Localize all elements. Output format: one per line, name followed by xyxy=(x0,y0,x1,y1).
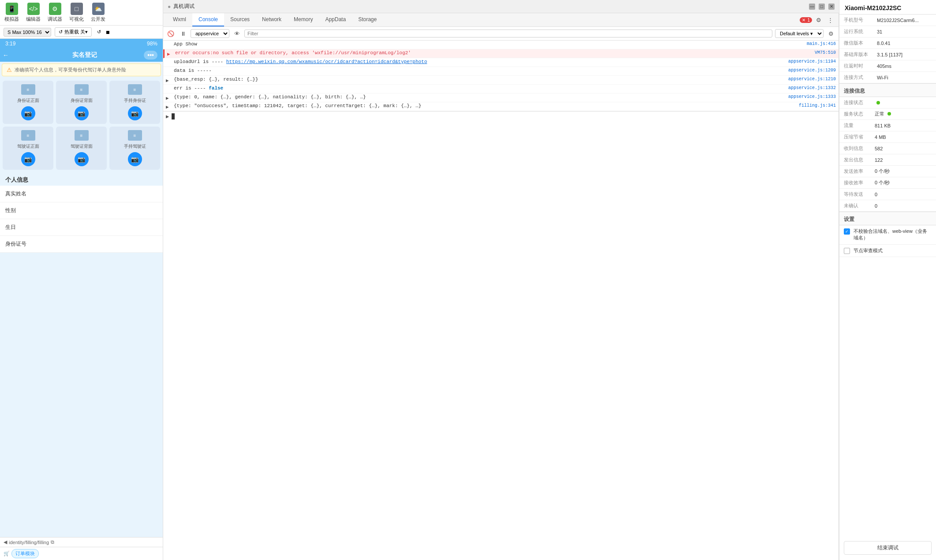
expand-onsuccess[interactable]: ▶ xyxy=(166,105,169,110)
editor-icon: </> xyxy=(27,3,40,15)
form-real-name[interactable]: 真实姓名 xyxy=(0,186,163,202)
status-signal: 98% xyxy=(147,41,157,47)
row-source-error: VM75:510 xyxy=(815,50,836,55)
lib-ver-value: 3.1.5 [1137] xyxy=(872,49,936,60)
upload-card-driver-hand[interactable]: ≡ 手持驾驶证 📷 xyxy=(109,127,160,170)
page-title: 实名登记 xyxy=(9,51,160,59)
tab-memory[interactable]: Memory xyxy=(288,13,319,26)
camera-btn-id-front[interactable]: 📷 xyxy=(21,106,35,120)
collapse-icon[interactable]: ◀ xyxy=(4,539,7,545)
expand-type0[interactable]: ▶ xyxy=(166,96,169,101)
upload-card-driver-back[interactable]: ≡ 驾驶证背面 📷 xyxy=(56,127,107,170)
toolbar-debugger[interactable]: ⚙ 调试器 xyxy=(48,3,62,22)
bottom-bar: 🛒 订单模块 xyxy=(0,547,163,560)
connection-value: Wi-Fi xyxy=(872,72,936,83)
menu-dots[interactable]: ••• xyxy=(144,51,157,60)
camera-btn-driver-front[interactable]: 📷 xyxy=(21,152,35,166)
pause-button[interactable]: ⏸ xyxy=(178,29,188,38)
hot-reload-button[interactable]: ↺ 热重载 关▾ xyxy=(55,27,92,37)
tab-wxml[interactable]: Wxml xyxy=(167,13,192,26)
conn-row-status: 连接状态 xyxy=(839,97,936,108)
camera-btn-driver-hand[interactable]: 📷 xyxy=(128,152,142,166)
settings-item-node-audit: 节点审查模式 xyxy=(839,245,936,257)
source-link-onsuccess[interactable]: filling.js:341 xyxy=(799,103,836,108)
eye-icon[interactable]: 👁 xyxy=(232,29,242,38)
source-link-data[interactable]: appservice.js:1209 xyxy=(788,68,836,73)
console-settings-icon[interactable]: ⚙ xyxy=(826,29,836,38)
error-count: 1 xyxy=(807,18,810,22)
toolbar-visualize[interactable]: □ 可视化 xyxy=(69,3,84,22)
driver-hand-icon: ≡ xyxy=(128,130,142,141)
driver-hand-label: 手持驾驶证 xyxy=(124,143,146,149)
upload-url-link[interactable]: https://mp.weixin.qq.com/wxamusic/ocr/id… xyxy=(226,59,427,64)
camera-btn-id-back[interactable]: 📷 xyxy=(75,106,89,120)
tab-appdata[interactable]: AppData xyxy=(319,13,352,26)
tab-sources[interactable]: Sources xyxy=(224,13,256,26)
form-birthday[interactable]: 生日 xyxy=(0,219,163,236)
settings-icon[interactable]: ⚙ xyxy=(814,15,824,25)
conn-row-pending: 等待发送 0 xyxy=(839,189,936,200)
expand-error-icon[interactable]: ▶ xyxy=(167,52,170,57)
copy-icon[interactable]: ⧉ xyxy=(51,539,54,545)
tab-network[interactable]: Network xyxy=(256,13,288,26)
recv-label: 收到信息 xyxy=(839,143,870,154)
form-gender[interactable]: 性别 xyxy=(0,202,163,219)
id-hand-label: 手持身份证 xyxy=(124,97,146,104)
row-content-onsuccess: {type: "onSuccess", timeStamp: 121042, t… xyxy=(174,103,795,108)
no-validate-checkbox[interactable]: ✓ xyxy=(844,228,850,235)
source-link-base-resp[interactable]: appservice.js:1210 xyxy=(788,77,836,82)
devtools-panel: Wxml Console Sources Network Memory AppD… xyxy=(163,13,839,560)
tab-storage[interactable]: Storage xyxy=(352,13,383,26)
upload-card-id-front[interactable]: ≡ 身份证正面 📷 xyxy=(3,81,53,124)
clear-console-button[interactable]: 🚫 xyxy=(166,29,176,38)
source-link-err[interactable]: appservice.js:1332 xyxy=(788,86,836,90)
tab-console[interactable]: Console xyxy=(192,13,224,26)
shopping-icon: 🛒 xyxy=(4,551,10,556)
source-link-error[interactable]: VM75:510 xyxy=(815,50,836,55)
upload-card-id-hand[interactable]: ≡ 手持身份证 📷 xyxy=(109,81,160,124)
source-link-type0[interactable]: appservice.js:1333 xyxy=(788,94,836,99)
toolbar-cloud[interactable]: ⛅ 云开发 xyxy=(91,3,105,22)
wechat-ver-value: 8.0.41 xyxy=(872,37,936,49)
toolbar-simulator[interactable]: 📱 模拟器 xyxy=(4,3,19,22)
more-options-icon[interactable]: ⋮ xyxy=(825,15,835,25)
source-link-app-show[interactable]: main.js:416 xyxy=(807,41,836,46)
camera-btn-id-hand[interactable]: 📷 xyxy=(128,106,142,120)
err-prefix: err is ---- xyxy=(174,86,209,91)
notice-bar: ⚠ 准确填写个人信息，可享受每份代驾订单人身意外险 xyxy=(2,63,161,76)
level-selector[interactable]: Default levels ▾ xyxy=(775,29,824,38)
back-icon[interactable]: ← xyxy=(3,52,9,59)
window-controls: — □ ✕ xyxy=(809,4,835,10)
maximize-button[interactable]: □ xyxy=(819,4,825,10)
camera-btn-driver-back[interactable]: 📷 xyxy=(75,152,89,166)
upload-card-driver-front[interactable]: ≡ 驾驶证正面 📷 xyxy=(3,127,53,170)
close-button[interactable]: ✕ xyxy=(828,4,835,10)
error-file-link[interactable]: 'wxfile://usr/miniprogramLog/log2' xyxy=(312,50,411,56)
row-icon-base-resp: ▶ xyxy=(166,78,172,83)
visualize-icon: □ xyxy=(71,3,83,15)
id-back-icon: ≡ xyxy=(75,84,89,95)
unconfirmed-value: 0 xyxy=(870,200,936,212)
expand-base-resp[interactable]: ▶ xyxy=(166,78,169,83)
device-selector[interactable]: S Max 100% 16 xyxy=(4,28,51,37)
gender-label: 性别 xyxy=(5,207,16,213)
source-link-upload[interactable]: appservice.js:1194 xyxy=(788,59,836,64)
upload-card-id-back[interactable]: ≡ 身份证背面 📷 xyxy=(56,81,107,124)
console-cursor xyxy=(172,113,175,119)
refresh-icon[interactable]: ↺ xyxy=(97,29,101,35)
conn-status-value xyxy=(870,97,936,108)
devtools-tabs: Wxml Console Sources Network Memory AppD… xyxy=(163,13,839,27)
row-icon-error: ▶ xyxy=(167,51,173,57)
filter-input[interactable] xyxy=(244,30,772,37)
toolbar-editor[interactable]: </> 编辑器 xyxy=(26,3,41,22)
appservice-selector[interactable]: appservice xyxy=(191,29,229,38)
node-audit-checkbox[interactable] xyxy=(844,248,850,254)
devtools-title-bar: ● 真机调试 — □ ✕ xyxy=(163,0,839,13)
minimize-button[interactable]: — xyxy=(809,4,815,10)
console-row-base-resp: ▶ {base_resp: {…}, result: {…}} appservi… xyxy=(163,76,839,85)
error-badge: ✕ 1 xyxy=(800,17,812,23)
stop-icon[interactable]: ⏹ xyxy=(105,30,110,35)
end-debug-button[interactable]: 结束调试 xyxy=(844,541,932,555)
form-id-number[interactable]: 身份证号 xyxy=(0,236,163,253)
debugger-icon: ⚙ xyxy=(49,3,61,15)
